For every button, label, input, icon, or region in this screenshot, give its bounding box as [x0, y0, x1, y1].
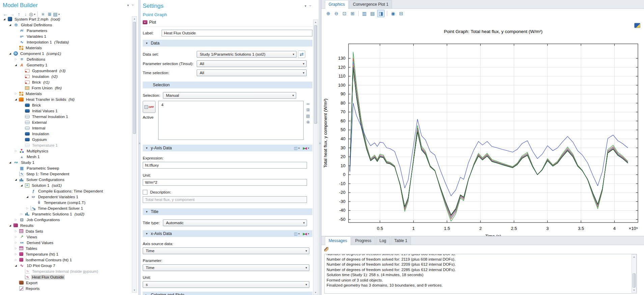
expander-icon[interactable]: ◢ — [3, 18, 8, 21]
zoom-to-selection-icon[interactable]: ⊕ — [306, 120, 310, 124]
point-graph-plot[interactable]: 0.511.522.533.54-50-40-30-20-10010203040… — [321, 18, 644, 236]
unit-input[interactable]: W/m^2 — [143, 179, 307, 186]
graphics-tab-graphics[interactable]: Graphics — [325, 0, 348, 9]
section-data[interactable]: ▼ Data — [143, 40, 312, 47]
messages-tab-table-1[interactable]: Table 1 — [391, 237, 411, 245]
messages-log[interactable]: Number of degrees of freedom solved for:… — [324, 254, 637, 294]
section-xaxis-data[interactable]: ▼ x-Axis Data ◫▼ ▶◀▼ — [143, 230, 312, 237]
left-splitter[interactable]: ≡ — [138, 0, 140, 295]
expander-icon[interactable]: ▷ — [15, 230, 19, 233]
xunit-combo[interactable]: s▼ — [143, 281, 309, 288]
tree-item-interpolation-1[interactable]: ∿Interpolation 1(Tedata) — [0, 39, 132, 45]
expander-icon[interactable]: ▷ — [15, 149, 19, 152]
tree-item-temperature-comp1-t[interactable]: ūTemperature (comp1.T) — [0, 200, 132, 205]
tree-item-geometry-1[interactable]: ◢AGeometry 1 — [0, 62, 132, 68]
image-snapshot-icon[interactable]: ◉ — [390, 10, 396, 17]
tree-item-views[interactable]: ▷↗Views — [0, 234, 132, 240]
expression-input[interactable]: ht.tfluxy — [143, 162, 307, 169]
tree-item-reports[interactable]: Reports — [0, 286, 132, 291]
tree-item-insulation[interactable]: Insulation — [0, 131, 132, 137]
selection-active-toggle[interactable]: OFF — [143, 101, 156, 113]
tree-item-time-dependent-solver-1[interactable]: ▷∿Time-Dependent Solver 1 — [0, 205, 132, 211]
print-icon[interactable]: ⊟ — [398, 10, 404, 17]
tree-item-heat-transfer-in-solids[interactable]: ◢Heat Transfer in Solids(ht) — [0, 96, 132, 102]
switch-dataset-button[interactable]: ⇄ — [298, 51, 305, 58]
tree-item-parametric-solutions-1[interactable]: ▷Parametric Solutions 1(sol2) — [0, 211, 132, 217]
tree-item-temperature-1[interactable]: Temperature 1 — [0, 142, 132, 148]
tree-item-step-1-time-dependent[interactable]: ∿Step 1: Time Dependent — [0, 171, 132, 177]
copy-selection-icon[interactable]: ▤ — [306, 114, 310, 118]
description-checkbox[interactable] — [143, 190, 147, 195]
graphics-tab-convergence-plot-1[interactable]: Convergence Plot 1 — [349, 0, 392, 8]
tree-item-internal[interactable]: Internal — [0, 125, 132, 131]
tree-item-gypsum[interactable]: Gypsum — [0, 137, 132, 142]
clear-messages-icon[interactable] — [324, 247, 329, 252]
messages-scrollbar[interactable]: ▲ ▼ — [632, 254, 637, 293]
expander-icon[interactable]: ◢ — [15, 63, 19, 66]
add-to-selection-icon[interactable]: ⊞ — [306, 108, 310, 112]
expander-icon[interactable]: ◢ — [9, 161, 13, 164]
tree-item-heat-flux-outside[interactable]: ∿Heat Flux Outside — [0, 274, 132, 280]
collapse-chevron-icon[interactable]: ▾ — [305, 4, 306, 8]
section-selection[interactable]: Selection — [143, 82, 312, 88]
tree-item-multiphysics[interactable]: ▷Multiphysics — [0, 148, 132, 154]
expander-icon[interactable]: ▷ — [15, 247, 19, 250]
dataset-combo[interactable]: Study 1/Parametric Solutions 1 (sol2)▼ — [197, 51, 297, 58]
tree-item-gypsumboard[interactable]: Gypsumboard(r3) — [0, 68, 132, 73]
tree-item-results[interactable]: ◢Results — [0, 223, 132, 228]
expander-icon[interactable]: ▷ — [15, 235, 19, 238]
tree-item-system-part-2-mph[interactable]: ◢System Part 2.mph(root) — [0, 16, 132, 22]
tree-item-thermal-insulation-1[interactable]: Thermal Insulation 1 — [0, 114, 132, 119]
tree-item-parameters[interactable]: PiParameters — [0, 28, 132, 33]
tree-item-export[interactable]: Export — [0, 280, 132, 286]
settings-scrollbar[interactable]: ▲ ▼ — [313, 20, 318, 295]
param-selection-combo[interactable]: All▼ — [197, 60, 307, 67]
tree-item-definitions[interactable]: ▷≡Definitions — [0, 56, 132, 62]
show-legends-icon[interactable]: ◨ — [377, 10, 385, 17]
y-axis-grid-icon[interactable]: ▤ — [369, 10, 376, 17]
expander-icon[interactable]: ◢ — [9, 23, 13, 26]
plot-area[interactable]: 0.511.522.533.54-50-40-30-20-10010203040… — [321, 18, 644, 236]
expander-icon[interactable]: ▷ — [15, 241, 19, 244]
plot-button[interactable]: ▸ Plot — [143, 19, 312, 27]
label-input[interactable]: Heat Flux Outside — [162, 30, 312, 36]
pin-icon[interactable]: ⊦ — [131, 4, 135, 6]
tree-item-form-union[interactable]: Form Union(fin) — [0, 85, 132, 91]
pin-icon[interactable]: ⊦ — [308, 5, 312, 7]
description-input[interactable]: Total heat flux, y component — [143, 196, 307, 203]
section-yaxis-data[interactable]: ▼ y-Axis Data ◫▼ ▶◀▼ — [143, 145, 312, 151]
plot-preview-icon[interactable]: ◫ — [294, 146, 297, 150]
messages-tab-messages[interactable]: Messages — [325, 236, 351, 245]
expander-icon[interactable]: ◢ — [9, 224, 13, 227]
tree-item-materials[interactable]: ▷Materials — [0, 91, 132, 96]
parameter-combo[interactable]: Time▼ — [143, 264, 309, 271]
expander-icon[interactable]: ◢ — [15, 178, 19, 181]
tree-item-temperature-ht-1[interactable]: ▷Temperature (ht) 1 — [0, 251, 132, 257]
expander-icon[interactable]: ◢ — [15, 98, 19, 101]
selection-mode-combo[interactable]: Manual▼ — [163, 92, 296, 99]
expander-icon[interactable]: ▷ — [15, 58, 19, 61]
tree-item-component-1[interactable]: ◢ΩComponent 1(comp1) — [0, 51, 132, 56]
tree-item-study-1[interactable]: ◢∾Study 1 — [0, 159, 132, 165]
plot-window-icon[interactable] — [634, 23, 640, 28]
zoom-extents-icon[interactable]: ⊞ — [349, 10, 356, 17]
expander-icon[interactable]: ◢ — [15, 264, 19, 267]
tree-item-1d-plot-group-7[interactable]: ◢∿1D Plot Group 7 — [0, 263, 132, 268]
expander-icon[interactable]: ▷ — [15, 253, 19, 256]
tree-item-insulation[interactable]: Insulation(r2) — [0, 73, 132, 79]
expander-icon[interactable]: ▷ — [26, 207, 31, 210]
tree-item-job-configurations[interactable]: ▷⊟Job Configurations — [0, 217, 132, 223]
tree-item-parametric-sweep[interactable]: ▦Parametric Sweep — [0, 165, 132, 171]
tree-item-tables[interactable]: ▷Tables — [0, 245, 132, 251]
tree-item-compile-equations-time-dependent[interactable]: ƒCompile Equations: Time Dependent — [0, 188, 132, 194]
section-title[interactable]: ▼ Title — [143, 208, 312, 215]
create-selection-icon[interactable]: ∞ — [307, 101, 310, 106]
messages-tab-log[interactable]: Log — [376, 237, 390, 245]
zoom-in-icon[interactable]: ⊕ — [325, 10, 332, 17]
time-selection-combo[interactable]: All▼ — [197, 69, 307, 76]
tree-item-isothermal-contours-ht-1[interactable]: ▷Isothermal Contours (ht) 1 — [0, 257, 132, 263]
tree-item-data-sets[interactable]: ▷Data Sets — [0, 228, 132, 234]
axis-source-combo[interactable]: Time▼ — [143, 247, 309, 254]
tree-item-solution-1[interactable]: ◢+Solution 1(sol1) — [0, 182, 132, 188]
tree-item-brick[interactable]: Brick(r1) — [0, 79, 132, 85]
